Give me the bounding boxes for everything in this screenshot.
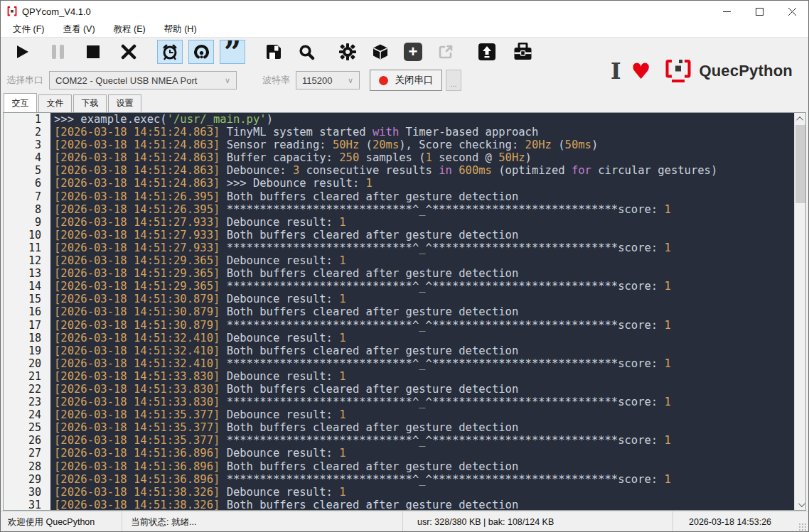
line-number: 1 <box>4 113 50 126</box>
close-port-button[interactable]: 关闭串口 <box>370 70 442 91</box>
line-number: 13 <box>4 267 50 280</box>
port-select[interactable]: COM22 - Quectel USB NMEA Port ∨ <box>49 71 237 89</box>
upload-button[interactable] <box>474 40 500 64</box>
package-button[interactable] <box>368 40 393 64</box>
app-logo-icon <box>6 6 18 17</box>
terminal-line: 15[2026-03-18 14:51:30.879] Debounce res… <box>4 293 794 305</box>
terminal-lines[interactable]: 1>>> example.exec('/usr/_main.py')2[2026… <box>4 113 794 510</box>
terminal-line: 19[2026-03-18 14:51:32.410] Both buffers… <box>4 344 794 357</box>
chevron-down-icon: ∨ <box>218 76 230 85</box>
line-number: 26 <box>4 434 50 447</box>
brand-zone: I ♥ QuecPython <box>611 56 793 86</box>
baud-label: 波特率 <box>262 74 290 87</box>
external-link-icon <box>437 43 454 60</box>
status-state: 当前状态: 就绪... <box>131 516 196 528</box>
menu-file[interactable]: 文件 (F) <box>6 22 50 37</box>
terminal-line: 4[2026-03-18 14:51:24.863] Buffer capaci… <box>4 151 794 164</box>
line-number: 31 <box>4 499 50 510</box>
terminal-line: 31[2026-03-18 14:51:38.326] Both buffers… <box>4 499 794 510</box>
terminal-line: 14[2026-03-18 14:51:29.365] ************… <box>4 280 794 293</box>
brand-name: QuecPython <box>699 62 793 80</box>
record-button[interactable] <box>188 40 214 64</box>
tab-1[interactable]: 文件 <box>38 94 72 112</box>
terminal-line: 3[2026-03-18 14:51:24.863] Sensor readin… <box>4 139 794 151</box>
terminal-line: 24[2026-03-18 14:51:35.377] Debounce res… <box>4 408 794 421</box>
menu-view[interactable]: 查看 (V) <box>56 22 101 37</box>
timer-icon <box>161 43 178 60</box>
toolbox-button[interactable] <box>510 40 535 64</box>
search-button[interactable] <box>294 40 319 64</box>
line-number: 18 <box>4 332 50 344</box>
status-welcome: 欢迎使用 QuecPython <box>8 516 95 528</box>
terminal-line: 18[2026-03-18 14:51:32.410] Debounce res… <box>4 332 794 344</box>
terminal-line: 10[2026-03-18 14:51:27.933] Both buffers… <box>4 229 794 241</box>
export-button <box>433 40 459 64</box>
line-number: 19 <box>4 344 50 357</box>
line-number: 29 <box>4 473 50 486</box>
quotes-button[interactable]: ” <box>220 40 245 64</box>
terminal-line: 29[2026-03-18 14:51:36.896] ************… <box>4 473 794 486</box>
stop-icon <box>86 45 100 59</box>
terminal-line: 26[2026-03-18 14:51:35.377] ************… <box>4 434 794 447</box>
plus-icon: + <box>404 43 422 61</box>
baud-select[interactable]: 115200 ∨ <box>296 71 360 89</box>
terminal-line: 7[2026-03-18 14:51:26.395] Both buffers … <box>4 190 794 203</box>
tab-0[interactable]: 交互 <box>4 93 37 112</box>
record-icon <box>193 43 210 61</box>
stop-button[interactable] <box>80 40 106 64</box>
terminal-line: 6[2026-03-18 14:51:24.863] >>> Debounce … <box>4 177 794 190</box>
add-button[interactable]: + <box>400 40 426 64</box>
menu-tutorial[interactable]: 教程 (E) <box>107 22 152 37</box>
pause-button <box>45 40 70 64</box>
line-number: 5 <box>4 164 50 177</box>
line-number: 6 <box>4 177 50 190</box>
settings-button[interactable] <box>335 40 360 64</box>
minimize-button[interactable] <box>710 1 743 22</box>
line-number: 21 <box>4 370 50 383</box>
scroll-down-icon[interactable] <box>795 499 806 510</box>
title-bar: QPYcom_V4.1.0 <box>1 1 808 22</box>
line-number: 17 <box>4 319 50 332</box>
terminal-line: 25[2026-03-18 14:51:35.377] Both buffers… <box>4 421 794 434</box>
search-icon <box>299 44 315 60</box>
timer-button[interactable] <box>157 40 183 64</box>
line-number: 7 <box>4 190 50 203</box>
resize-grip[interactable] <box>798 523 807 531</box>
status-datetime: 2026-03-18 14:53:26 <box>689 517 771 527</box>
scrollbar-thumb[interactable] <box>795 125 805 203</box>
scroll-up-icon[interactable] <box>795 113 806 124</box>
port-select-value: COM22 - Quectel USB NMEA Port <box>55 75 197 86</box>
slogan-i-text: I <box>611 58 621 84</box>
terminal-line: 12[2026-03-18 14:51:29.365] Debounce res… <box>4 254 794 267</box>
line-number: 22 <box>4 383 50 396</box>
run-button[interactable] <box>9 40 35 64</box>
menu-bar: 文件 (F) 查看 (V) 教程 (E) 帮助 (H) <box>1 22 808 38</box>
tab-2[interactable]: 下载 <box>73 94 107 112</box>
port-more-button[interactable]: ... <box>446 70 461 91</box>
terminal-line: 1>>> example.exec('/usr/_main.py') <box>4 113 794 126</box>
port-open-indicator <box>379 76 388 85</box>
terminal-line: 21[2026-03-18 14:51:33.830] Debounce res… <box>4 370 794 383</box>
menu-help[interactable]: 帮助 (H) <box>158 22 203 37</box>
line-number: 15 <box>4 293 50 305</box>
save-button[interactable] <box>261 40 286 64</box>
terminal-line: 23[2026-03-18 14:51:33.830] ************… <box>4 396 794 408</box>
line-number: 3 <box>4 139 50 151</box>
pause-icon <box>52 45 64 59</box>
clear-button[interactable] <box>116 40 141 64</box>
window-title: QPYcom_V4.1.0 <box>22 6 91 17</box>
tab-3[interactable]: 设置 <box>108 94 141 112</box>
status-bar: 欢迎使用 QuecPython 当前状态: 就绪... usr: 328/380… <box>1 511 808 532</box>
save-icon <box>265 43 282 60</box>
terminal-line: 17[2026-03-18 14:51:30.879] ************… <box>4 319 794 332</box>
line-number: 12 <box>4 254 50 267</box>
line-number: 20 <box>4 357 50 370</box>
line-number: 9 <box>4 216 50 229</box>
gear-icon <box>338 43 357 61</box>
line-number: 8 <box>4 203 50 216</box>
line-number: 23 <box>4 396 50 408</box>
maximize-button[interactable] <box>743 1 776 22</box>
terminal-panel: 1>>> example.exec('/usr/_main.py')2[2026… <box>3 112 806 511</box>
vertical-scrollbar[interactable] <box>794 113 805 510</box>
close-window-button[interactable] <box>776 1 808 22</box>
